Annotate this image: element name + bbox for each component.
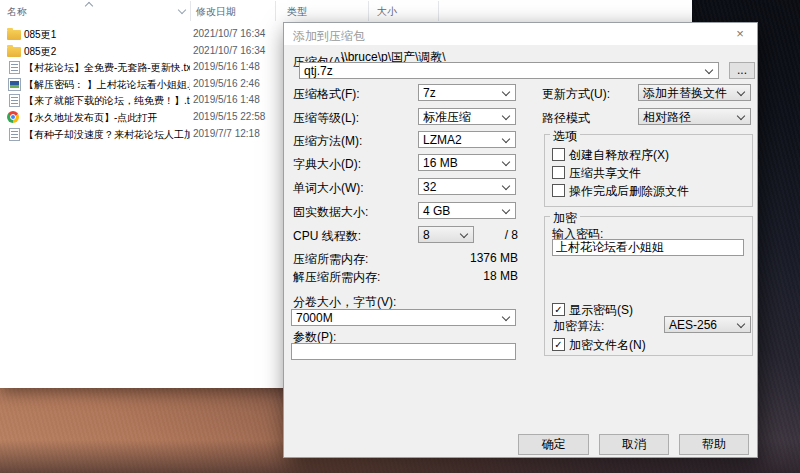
encryption-method-combobox[interactable]: AES-256 bbox=[664, 316, 751, 333]
update-mode-label: 更新方式(U): bbox=[542, 86, 610, 103]
file-date: 2019/5/16 1:48 bbox=[193, 61, 260, 72]
text-file-icon bbox=[9, 128, 20, 141]
solid-block-size-label: 固实数据大小: bbox=[293, 204, 368, 221]
selected-value: 标准压缩 bbox=[423, 110, 471, 124]
checkbox[interactable]: ✓ bbox=[552, 166, 565, 179]
folder-icon bbox=[7, 47, 21, 57]
chevron-down-icon bbox=[460, 230, 468, 238]
file-name: 【有种子却没速度？来村花论坛人工加... bbox=[24, 128, 190, 142]
word-size-combobox[interactable]: 32 bbox=[418, 178, 516, 195]
volume-size-combobox[interactable]: 7000M bbox=[291, 309, 516, 326]
checkbox[interactable]: ✓ bbox=[552, 148, 565, 161]
selected-value: 32 bbox=[423, 180, 436, 194]
text-file-icon bbox=[9, 61, 20, 74]
method-label: 压缩方法(M): bbox=[293, 133, 362, 150]
solid-block-size-combobox[interactable]: 4 GB bbox=[418, 202, 516, 219]
word-size-label: 单词大小(W): bbox=[293, 180, 364, 197]
browse-button[interactable]: ... bbox=[729, 62, 755, 79]
sort-ascending-icon bbox=[85, 2, 93, 10]
level-combobox[interactable]: 标准压缩 bbox=[418, 108, 516, 125]
chevron-down-icon bbox=[502, 313, 510, 321]
column-header-type[interactable]: 类型 bbox=[287, 5, 307, 19]
file-date: 2019/5/16 1:48 bbox=[193, 94, 260, 105]
dialog-titlebar[interactable]: 添加到压缩包 × bbox=[284, 23, 757, 45]
dictionary-size-label: 字典大小(D): bbox=[293, 156, 361, 173]
add-to-archive-dialog: 添加到压缩包 × 压缩包(A): \\bruce\p\国产\调教\ qtj.7z… bbox=[283, 22, 758, 458]
method-combobox[interactable]: LZMA2 bbox=[418, 131, 516, 148]
path-mode-combobox[interactable]: 相对路径 bbox=[638, 108, 751, 125]
chrome-icon bbox=[7, 111, 19, 123]
encrypt-names-checkbox-label: 加密文件名(N) bbox=[569, 337, 646, 354]
format-combobox[interactable]: 7z bbox=[418, 84, 516, 101]
selected-value: AES-256 bbox=[669, 318, 717, 332]
memory-decompress-value: 18 MB bbox=[418, 269, 518, 283]
options-group-label: 选项 bbox=[550, 128, 580, 145]
dictionary-size-combobox[interactable]: 16 MB bbox=[418, 154, 516, 171]
file-date: 2019/5/16 2:46 bbox=[193, 78, 260, 89]
chevron-down-icon bbox=[502, 206, 510, 214]
file-row[interactable]: 【来了就能下载的论坛，纯免费！】.txt 2019/5/16 1:48 bbox=[0, 92, 283, 109]
check-icon: ✓ bbox=[553, 304, 564, 315]
memory-compress-label: 压缩所需内存: bbox=[293, 251, 368, 268]
sfx-checkbox-label: 创建自释放程序(X) bbox=[569, 147, 669, 164]
parameters-input[interactable] bbox=[291, 343, 516, 360]
column-separator[interactable] bbox=[438, 1, 439, 21]
column-header-date[interactable]: 修改日期 bbox=[196, 5, 236, 19]
dialog-title: 添加到压缩包 bbox=[293, 28, 365, 45]
checkbox[interactable]: ✓ bbox=[552, 303, 565, 316]
column-separator[interactable] bbox=[368, 1, 369, 21]
memory-decompress-label: 解压缩所需内存: bbox=[293, 269, 380, 286]
selected-value: 7000M bbox=[296, 311, 333, 325]
chevron-down-icon bbox=[502, 158, 510, 166]
file-row[interactable]: 【有种子却没速度？来村花论坛人工加... 2019/7/7 12:18 bbox=[0, 126, 283, 143]
column-header-name[interactable]: 名称 bbox=[7, 5, 27, 19]
archive-name-combobox[interactable]: qtj.7z bbox=[299, 62, 719, 79]
file-name: 【村花论坛】全免费-无套路-更新快.txt bbox=[24, 61, 190, 75]
image-file-icon bbox=[8, 78, 21, 91]
file-row[interactable]: 【永久地址发布页】-点此打开 2019/5/15 22:58 bbox=[0, 109, 283, 126]
chevron-down-icon bbox=[705, 66, 713, 74]
selected-value: 16 MB bbox=[423, 156, 458, 170]
chevron-down-icon bbox=[502, 135, 510, 143]
file-date: 2021/10/7 16:34 bbox=[193, 28, 265, 39]
cpu-threads-max: / 8 bbox=[474, 228, 518, 242]
column-header-size[interactable]: 大小 bbox=[377, 5, 397, 19]
checkbox[interactable]: ✓ bbox=[552, 184, 565, 197]
file-name: 085更2 bbox=[24, 45, 190, 59]
checkbox[interactable]: ✓ bbox=[552, 338, 565, 351]
chevron-down-icon bbox=[737, 112, 745, 120]
memory-compress-value: 1376 MB bbox=[418, 251, 518, 265]
file-name: 【解压密码： 】上村花论坛看小姐姐.jpg bbox=[24, 78, 190, 92]
text-file-icon bbox=[9, 94, 20, 107]
column-separator[interactable] bbox=[190, 1, 191, 21]
selected-value: 相对路径 bbox=[643, 110, 691, 124]
cancel-button[interactable]: 取消 bbox=[599, 434, 669, 455]
archive-name-value: qtj.7z bbox=[304, 64, 333, 78]
check-icon: ✓ bbox=[553, 339, 564, 350]
chevron-down-icon bbox=[737, 320, 745, 328]
filter-dropdown-icon[interactable] bbox=[178, 6, 186, 14]
file-name: 【来了就能下载的论坛，纯免费！】.txt bbox=[24, 94, 190, 108]
chevron-down-icon bbox=[737, 88, 745, 96]
selected-value: 添加并替换文件 bbox=[643, 86, 727, 100]
update-mode-combobox[interactable]: 添加并替换文件 bbox=[638, 84, 751, 101]
file-row[interactable]: 085更2 2021/10/7 16:34 bbox=[0, 43, 283, 60]
column-separator[interactable] bbox=[275, 1, 276, 21]
file-name: 085更1 bbox=[24, 28, 190, 42]
file-date: 2019/7/7 12:18 bbox=[193, 128, 260, 139]
selected-value: 7z bbox=[423, 86, 436, 100]
folder-icon bbox=[7, 30, 21, 40]
chevron-down-icon bbox=[502, 112, 510, 120]
delete-after-checkbox-label: 操作完成后删除源文件 bbox=[569, 183, 689, 200]
encryption-group-label: 加密 bbox=[550, 210, 580, 227]
desktop: 名称 修改日期 类型 大小 085更1 2021/10/7 16:34 085更… bbox=[0, 0, 800, 473]
help-button[interactable]: 帮助 bbox=[679, 434, 749, 455]
ok-button[interactable]: 确定 bbox=[518, 434, 589, 455]
file-row[interactable]: 085更1 2021/10/7 16:34 bbox=[0, 26, 283, 43]
selected-value: 4 GB bbox=[423, 204, 450, 218]
file-row[interactable]: 【村花论坛】全免费-无套路-更新快.txt 2019/5/16 1:48 bbox=[0, 59, 283, 76]
password-input[interactable] bbox=[552, 239, 744, 256]
cpu-threads-combobox[interactable]: 8 bbox=[418, 226, 474, 243]
close-icon[interactable]: × bbox=[727, 24, 753, 44]
file-row[interactable]: 【解压密码： 】上村花论坛看小姐姐.jpg 2019/5/16 2:46 bbox=[0, 76, 283, 93]
